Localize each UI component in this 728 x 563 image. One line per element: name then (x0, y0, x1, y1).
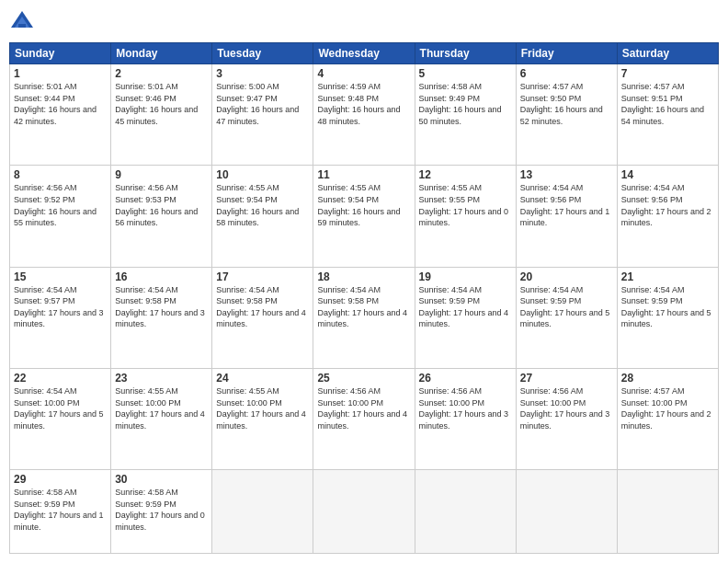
day-number: 11 (317, 168, 410, 181)
daylight-text: Daylight: 17 hours and 3 minutes. (115, 308, 205, 329)
sunrise-text: Sunrise: 4:58 AM (115, 488, 178, 497)
sunset-text: Sunset: 9:59 PM (419, 296, 481, 305)
sunset-text: Sunset: 9:58 PM (216, 296, 278, 305)
weekday-header: Thursday (415, 43, 516, 64)
day-number: 15 (14, 270, 107, 283)
sunrise-text: Sunrise: 4:56 AM (115, 183, 178, 192)
day-number: 10 (216, 168, 309, 181)
sunrise-text: Sunrise: 4:54 AM (14, 285, 77, 294)
calendar-day-cell: 27 Sunrise: 4:56 AM Sunset: 10:00 PM Day… (516, 368, 617, 469)
weekday-header: Friday (516, 43, 617, 64)
sunrise-text: Sunrise: 4:58 AM (14, 488, 77, 497)
day-info: Sunrise: 4:58 AM Sunset: 9:59 PM Dayligh… (115, 487, 208, 533)
sunset-text: Sunset: 9:48 PM (317, 94, 379, 103)
calendar-day-cell: 19 Sunrise: 4:54 AM Sunset: 9:59 PM Dayl… (415, 267, 516, 368)
calendar-day-cell: 26 Sunrise: 4:56 AM Sunset: 10:00 PM Day… (415, 368, 516, 469)
day-number: 22 (14, 372, 107, 385)
sunset-text: Sunset: 9:57 PM (14, 296, 75, 305)
empty-cell (415, 470, 516, 554)
daylight-text: Daylight: 17 hours and 0 minutes. (115, 511, 205, 532)
sunrise-text: Sunrise: 4:54 AM (520, 285, 584, 294)
sunset-text: Sunset: 9:47 PM (216, 94, 278, 103)
calendar-day-cell: 29 Sunrise: 4:58 AM Sunset: 9:59 PM Dayl… (10, 470, 111, 554)
daylight-text: Daylight: 17 hours and 0 minutes. (419, 207, 509, 228)
daylight-text: Daylight: 16 hours and 47 minutes. (216, 105, 299, 126)
day-number: 7 (621, 67, 714, 80)
sunset-text: Sunset: 9:56 PM (621, 195, 683, 204)
day-number: 9 (115, 168, 208, 181)
day-info: Sunrise: 4:57 AM Sunset: 10:00 PM Daylig… (621, 385, 714, 431)
daylight-text: Daylight: 17 hours and 5 minutes. (14, 409, 104, 431)
sunrise-text: Sunrise: 4:56 AM (14, 183, 77, 192)
calendar-day-cell: 15 Sunrise: 4:54 AM Sunset: 9:57 PM Dayl… (10, 267, 111, 368)
day-number: 12 (419, 168, 512, 181)
day-number: 1 (14, 67, 107, 80)
day-info: Sunrise: 4:54 AM Sunset: 9:56 PM Dayligh… (520, 182, 613, 228)
day-info: Sunrise: 4:58 AM Sunset: 9:59 PM Dayligh… (14, 487, 107, 533)
day-number: 24 (216, 372, 309, 385)
sunrise-text: Sunrise: 5:01 AM (115, 82, 178, 91)
sunset-text: Sunset: 9:59 PM (621, 296, 683, 305)
day-info: Sunrise: 4:56 AM Sunset: 10:00 PM Daylig… (317, 385, 410, 431)
header (9, 9, 719, 35)
empty-cell (516, 470, 617, 554)
sunset-text: Sunset: 9:53 PM (115, 195, 176, 204)
logo-icon (9, 9, 35, 35)
logo (9, 9, 39, 35)
day-info: Sunrise: 4:54 AM Sunset: 9:58 PM Dayligh… (115, 284, 208, 330)
sunset-text: Sunset: 10:00 PM (621, 398, 688, 408)
daylight-text: Daylight: 16 hours and 45 minutes. (115, 105, 198, 126)
sunset-text: Sunset: 9:56 PM (520, 195, 582, 204)
day-number: 19 (419, 270, 512, 283)
daylight-text: Daylight: 17 hours and 4 minutes. (317, 409, 407, 431)
calendar-day-cell: 3 Sunrise: 5:00 AM Sunset: 9:47 PM Dayli… (212, 64, 313, 166)
calendar-week-row: 8 Sunrise: 4:56 AM Sunset: 9:52 PM Dayli… (10, 166, 719, 267)
weekday-header: Monday (111, 43, 212, 64)
calendar-week-row: 15 Sunrise: 4:54 AM Sunset: 9:57 PM Dayl… (10, 267, 719, 368)
sunrise-text: Sunrise: 4:59 AM (317, 82, 381, 91)
sunrise-text: Sunrise: 4:54 AM (216, 285, 279, 294)
day-info: Sunrise: 4:57 AM Sunset: 9:50 PM Dayligh… (520, 81, 613, 127)
sunrise-text: Sunrise: 5:00 AM (216, 82, 279, 91)
daylight-text: Daylight: 17 hours and 4 minutes. (419, 308, 509, 329)
sunrise-text: Sunrise: 4:55 AM (216, 183, 279, 192)
day-info: Sunrise: 4:54 AM Sunset: 9:56 PM Dayligh… (621, 182, 714, 228)
sunset-text: Sunset: 9:59 PM (115, 500, 176, 509)
day-info: Sunrise: 4:54 AM Sunset: 9:58 PM Dayligh… (317, 284, 410, 330)
day-number: 25 (317, 372, 410, 385)
sunset-text: Sunset: 9:50 PM (520, 94, 582, 103)
sunset-text: Sunset: 10:00 PM (317, 398, 383, 408)
calendar-week-row: 22 Sunrise: 4:54 AM Sunset: 10:00 PM Day… (10, 368, 719, 469)
sunrise-text: Sunrise: 4:57 AM (621, 82, 685, 91)
day-info: Sunrise: 4:56 AM Sunset: 10:00 PM Daylig… (419, 385, 512, 431)
calendar-day-cell: 24 Sunrise: 4:55 AM Sunset: 10:00 PM Day… (212, 368, 313, 469)
sunset-text: Sunset: 9:49 PM (419, 94, 481, 103)
day-info: Sunrise: 4:55 AM Sunset: 9:54 PM Dayligh… (317, 182, 410, 228)
day-number: 30 (115, 473, 208, 486)
sunset-text: Sunset: 9:54 PM (216, 195, 278, 204)
calendar-body: 1 Sunrise: 5:01 AM Sunset: 9:44 PM Dayli… (10, 64, 719, 554)
day-number: 8 (14, 168, 107, 181)
calendar-day-cell: 9 Sunrise: 4:56 AM Sunset: 9:53 PM Dayli… (111, 166, 212, 267)
day-info: Sunrise: 4:54 AM Sunset: 9:59 PM Dayligh… (419, 284, 512, 330)
sunrise-text: Sunrise: 4:55 AM (419, 183, 483, 192)
calendar-day-cell: 14 Sunrise: 4:54 AM Sunset: 9:56 PM Dayl… (617, 166, 718, 267)
sunset-text: Sunset: 9:59 PM (14, 500, 75, 509)
page: SundayMondayTuesdayWednesdayThursdayFrid… (0, 0, 728, 563)
sunset-text: Sunset: 9:58 PM (115, 296, 176, 305)
empty-cell (617, 470, 718, 554)
daylight-text: Daylight: 17 hours and 1 minute. (14, 511, 104, 532)
sunrise-text: Sunrise: 4:54 AM (115, 285, 178, 294)
daylight-text: Daylight: 17 hours and 3 minutes. (14, 308, 104, 329)
sunset-text: Sunset: 10:00 PM (14, 398, 80, 408)
calendar-day-cell: 23 Sunrise: 4:55 AM Sunset: 10:00 PM Day… (111, 368, 212, 469)
day-info: Sunrise: 4:54 AM Sunset: 9:57 PM Dayligh… (14, 284, 107, 330)
sunrise-text: Sunrise: 4:56 AM (520, 386, 584, 396)
day-number: 29 (14, 473, 107, 486)
daylight-text: Daylight: 16 hours and 48 minutes. (317, 105, 400, 126)
calendar-day-cell: 30 Sunrise: 4:58 AM Sunset: 9:59 PM Dayl… (111, 470, 212, 554)
calendar-day-cell: 7 Sunrise: 4:57 AM Sunset: 9:51 PM Dayli… (617, 64, 718, 166)
daylight-text: Daylight: 17 hours and 2 minutes. (621, 409, 711, 431)
daylight-text: Daylight: 17 hours and 3 minutes. (419, 409, 509, 431)
sunrise-text: Sunrise: 4:54 AM (14, 386, 77, 396)
